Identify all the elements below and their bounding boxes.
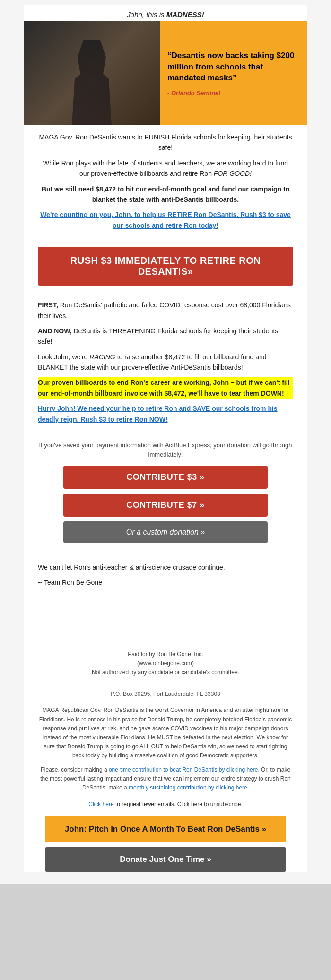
- rush-3-button[interactable]: RUSH $3 IMMEDIATELY TO RETIRE RON DESANT…: [38, 247, 293, 286]
- monthly-link[interactable]: monthly sustaining contribution by click…: [129, 784, 247, 791]
- first-bold: FIRST,: [38, 301, 58, 309]
- hero-image: “Desantis now backs taking $200 million …: [24, 21, 307, 125]
- email-container: John, this is MADNESS! “Desantis now bac…: [24, 5, 307, 872]
- racing-word: RACING: [89, 353, 115, 361]
- email-wrapper: John, this is MADNESS! “Desantis now bac…: [0, 0, 331, 884]
- working-hard-line: While Ron plays with the fate of student…: [38, 158, 293, 179]
- bottom-text-section: We can't let Ron's anti-teacher & anti-s…: [24, 557, 307, 602]
- custom-donation-button[interactable]: Or a custom donation »: [63, 521, 268, 543]
- hero-quote-text: “Desantis now backs taking $200 million …: [167, 50, 300, 84]
- body-section-1: MAGA Gov. Ron DeSantis wants to PUNISH F…: [24, 125, 307, 242]
- hero-silhouette: [63, 40, 120, 125]
- fewer-emails-text: to request fewer emails. Click here to u…: [114, 801, 243, 807]
- consider-prefix: Please, consider making a: [41, 766, 109, 773]
- first-text: Ron DeSantis' pathetic and failed COVID …: [38, 301, 291, 319]
- contribute-7-button[interactable]: CONTRIBUTE $7 »: [63, 494, 268, 517]
- first-paragraph: FIRST, Ron DeSantis' pathetic and failed…: [38, 300, 293, 321]
- hurry-link[interactable]: Hurry John! We need your help to retire …: [38, 405, 278, 423]
- footer-main-paragraph: MAGA Republican Gov. Ron DeSantis is the…: [38, 706, 293, 760]
- header-madness: MADNESS!: [166, 10, 204, 18]
- paid-for-line: Paid for by Ron Be Gone, Inc.: [48, 650, 283, 659]
- goal-line: But we still need $8,472 to hit our end-…: [38, 184, 293, 205]
- contribute-3-button[interactable]: CONTRIBUTE $3 »: [63, 466, 268, 489]
- and-now-paragraph: AND NOW, DeSantis is THREATENING Florida…: [38, 326, 293, 347]
- website-line: (www.ronbegone.com): [48, 659, 283, 668]
- team-signature: -- Team Ron Be Gone: [38, 577, 293, 588]
- footer-box: Paid for by Ron Be Gone, Inc. (www.ronbe…: [43, 645, 288, 683]
- actblue-note: If you've saved your payment information…: [38, 441, 293, 459]
- and-now-text: DeSantis is THREATENING Florida schools …: [38, 327, 278, 345]
- highlight-paragraph: Our proven billboards to end Ron's caree…: [38, 377, 293, 399]
- monthly-button[interactable]: John: Pitch In Once A Month To Beat Ron …: [45, 816, 286, 842]
- footer-address: P.O. Box 30295, Fort Lauderdale, FL 3330…: [24, 687, 307, 701]
- hero-quote-source: - Orlando Sentinel: [167, 89, 300, 96]
- punish-line: MAGA Gov. Ron DeSantis wants to PUNISH F…: [38, 132, 293, 153]
- onetime-button[interactable]: Donate Just One Time »: [45, 847, 286, 872]
- closing-line: We can't let Ron's anti-teacher & anti-s…: [38, 562, 293, 572]
- click-here-link[interactable]: Click here: [88, 801, 113, 807]
- header-section: John, this is MADNESS!: [24, 5, 307, 21]
- racing-paragraph: Look John, we're RACING to raise another…: [38, 352, 293, 373]
- header-title: John, this is MADNESS!: [33, 10, 298, 18]
- website-link[interactable]: (www.ronbegone.com): [137, 660, 194, 667]
- one-time-link[interactable]: one-time contribution to beat Ron DeSant…: [109, 766, 258, 773]
- body-section-2: FIRST, Ron DeSantis' pathetic and failed…: [24, 293, 307, 436]
- hero-quote-box: “Desantis now backs taking $200 million …: [160, 21, 307, 125]
- counting-link-para: We're counting on you, John, to help us …: [38, 209, 293, 231]
- footer-body-text: MAGA Republican Gov. Ron DeSantis is the…: [24, 701, 307, 797]
- not-authorized-line: Not authorized by any candidate or candi…: [48, 668, 283, 677]
- hero-photo: [24, 21, 160, 125]
- header-prefix: John, this is: [127, 10, 166, 18]
- footer-consider-paragraph: Please, consider making a one-time contr…: [38, 765, 293, 793]
- contribute-section: If you've saved your payment information…: [24, 436, 307, 557]
- racing-prefix: Look John, we're: [38, 353, 89, 361]
- hurry-link-para: Hurry John! We need your help to retire …: [38, 403, 293, 425]
- spacer: [24, 602, 307, 640]
- footer-links: Click here to request fewer emails. Clic…: [24, 797, 307, 811]
- and-now-bold: AND NOW,: [38, 327, 72, 335]
- consider-end: .: [247, 784, 249, 791]
- for-good: FOR GOOD!: [214, 170, 252, 177]
- counting-link[interactable]: We're counting on you, John, to help us …: [40, 211, 291, 229]
